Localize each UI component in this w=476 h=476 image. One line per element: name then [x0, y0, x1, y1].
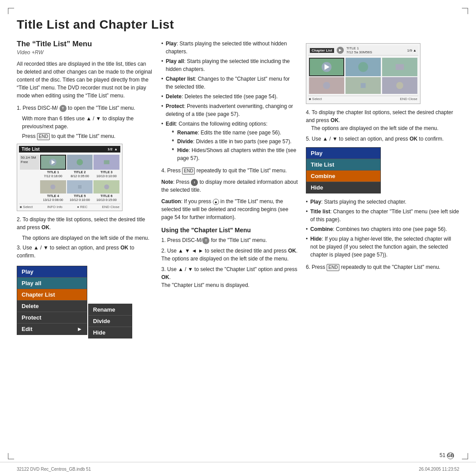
tl-title-2-label: TITLE 2 8/12 0:35:00 [67, 170, 93, 178]
right-bullet-list: Play: Starts playing the selected chapte… [306, 198, 459, 259]
right-bullet-title-list: Title list: Changes to the chapter "Titl… [306, 208, 459, 223]
step1-text: 1. Press DISC-M/ T to open the "Title Li… [17, 104, 153, 112]
cl-label: Chapter List [310, 48, 334, 53]
corner-mark-br [462, 453, 468, 459]
right-menu-play[interactable]: Play [306, 148, 380, 159]
tl-row2 [19, 179, 120, 193]
chapter-heading: Using the "Chapter List" Menu [161, 227, 298, 234]
section-heading: The “Title List” Menu [17, 40, 153, 48]
cl-chapter-4 [309, 77, 344, 94]
cl-chapter-3 [382, 58, 417, 76]
cl-chapter-1 [309, 58, 344, 76]
menu-item-chapter-list[interactable]: Chapter List [17, 289, 87, 301]
disc-icon: T [60, 105, 67, 112]
svg-point-6 [358, 62, 368, 72]
sub-menu-rename[interactable]: Rename [89, 304, 132, 316]
step2-note: The options are displayed on the left si… [22, 234, 153, 242]
svg-rect-2 [104, 160, 109, 164]
info-icon: i [191, 179, 198, 186]
right-step6: 6. Press END repeatedly to quit the "Cha… [306, 263, 459, 271]
tl-thumbs-row2 [40, 180, 119, 193]
tl-label: Title List [22, 147, 40, 152]
ch-step2: 2. Use ▲ ▼ ◄ ► to select the desired tit… [161, 247, 298, 263]
title-list-header: Title List 1/2 ▲ [19, 146, 120, 152]
corner-mark-bl [8, 453, 14, 459]
svg-point-9 [396, 82, 403, 89]
right-menu-box: Play Title List Combine Hide [306, 147, 381, 193]
bottom-bar-right: 26.04.2005 11:23:52 [419, 467, 459, 472]
right-step4: 4. To display the chapter list options, … [306, 108, 459, 132]
tl-thumb-3 [93, 155, 119, 170]
end-key-2: END [182, 167, 195, 175]
cl-grid-row2 [308, 77, 418, 95]
step3-text: 3. Use ▲ / ▼ to select an option, and pr… [17, 244, 153, 260]
middle-column: Play: Starts playing the selected title … [161, 40, 298, 338]
step1-cont: to open the "Title List" menu. [68, 105, 135, 111]
menu-item-protect[interactable]: Protect [17, 312, 87, 324]
bullet-edit: Edit: Contains the following editing opt… [161, 120, 298, 162]
svg-point-8 [323, 82, 330, 89]
tl-labels-row1: TITLE 1 7/12 0:16:00 TITLE 2 8/12 0:35:0… [19, 170, 120, 178]
cl-disc-icon: ▶ [337, 47, 344, 54]
sub-menu-hide[interactable]: Hide [89, 327, 132, 338]
menu-item-play[interactable]: Play [17, 266, 87, 278]
disc-icon-2: T [202, 237, 209, 244]
right-menu-hide[interactable]: Hide [306, 182, 380, 193]
edit-sub-bullets: Rename: Edits the title name (see page 5… [171, 129, 298, 162]
bullet-play: Play: Starts playing the selected title … [161, 40, 298, 56]
end-key: END [37, 133, 50, 140]
cl-grid-row1 [308, 57, 418, 77]
page-number: 51 GB [439, 452, 454, 459]
mid-step4: 4. Press END repeatedly to quit the "Tit… [161, 167, 298, 175]
tl-footer-select: ■ Select [20, 205, 33, 209]
svg-point-3 [51, 184, 56, 189]
left-column: The “Title List” Menu Video +RW All reco… [17, 40, 153, 338]
options-bullet-list: Play: Starts playing the selected title … [161, 40, 298, 162]
note-box: Note: Press i to display more detailed i… [161, 178, 298, 194]
tl-title-6-label: TITLE 6 10/13 0:15:00 [93, 194, 119, 202]
cl-chapter-2 [346, 58, 381, 76]
tl-thumb-4 [40, 180, 66, 193]
bullet-protect: Protect: Prevents inadvertent overwritin… [161, 102, 298, 118]
tl-info-box: 50.1H 5MFree [20, 155, 39, 170]
sub-menu-divide[interactable]: Divide [89, 316, 132, 327]
menu-item-delete[interactable]: Delete [17, 301, 87, 312]
right-menu-combine[interactable]: Combine [306, 171, 380, 182]
tl-row1: 50.1H 5MFree [19, 154, 120, 170]
cl-page: 1/9 ▲ [407, 48, 416, 52]
intro-text: All recorded titles are displayed in the… [17, 60, 153, 100]
svg-point-4 [104, 184, 109, 189]
menu-item-edit[interactable]: Edit ► [17, 324, 87, 335]
page-num-text: 51 [439, 452, 445, 458]
step1-label: 1. Press DISC-M/ [17, 105, 58, 111]
bullet-delete: Delete: Deletes the selected title (see … [161, 93, 298, 100]
sub-bullet-rename: Rename: Edits the title name (see page 5… [171, 129, 298, 137]
sub-bullet-hide: Hide: Hides/Shows all chapters within th… [171, 146, 298, 162]
svg-point-1 [77, 159, 83, 165]
edit-label: Edit [22, 326, 33, 332]
right-step4-note: The options are displayed on the left si… [311, 125, 439, 131]
page-title: Title List and Chapter List [17, 18, 459, 32]
tl-title-4-label: TITLE 4 13/12 0:08:00 [40, 194, 66, 202]
tl-title-1-label: TITLE 1 7/12 0:16:00 [40, 170, 66, 178]
title-list-menu: Play Play all Chapter List Delete Protec… [17, 262, 153, 338]
content-columns: The “Title List” Menu Video +RW All reco… [17, 40, 459, 338]
sub-menu-box: Rename Divide Hide [88, 304, 132, 338]
tl-page: 1/2 [108, 147, 112, 151]
tl-thumbs-row1 [40, 155, 119, 170]
cl-footer: ■ Select END Close [308, 96, 418, 102]
tl-thumb-2 [67, 155, 93, 170]
end-key-3: END [327, 264, 339, 271]
right-step5: 5. Use ▲ / ▼ to select an option, and pr… [306, 135, 459, 143]
tl-footer-info: INFO Info [47, 205, 63, 209]
tl-thumb-1 [40, 155, 66, 170]
tl-title-3-label: TITLE 3 10/13 0:10:00 [93, 170, 119, 178]
menu-item-play-all[interactable]: Play all [17, 278, 87, 289]
edit-arrow: ► [77, 326, 82, 332]
right-menu-title-list[interactable]: Title List [306, 159, 380, 171]
caution-box: Caution: If you press ● in the "Title Li… [161, 197, 298, 221]
bottom-bar: 32122 DVD Rec_Centros_GB.indb 51 26.04.2… [0, 462, 476, 476]
tl-thumb-6 [93, 180, 119, 193]
right-column: Chapter List ▶ TITLE 17/12 5a 30M56S 1/9… [306, 40, 459, 338]
tl-footer: ■ Select INFO Info ● REC END Close [19, 204, 120, 209]
